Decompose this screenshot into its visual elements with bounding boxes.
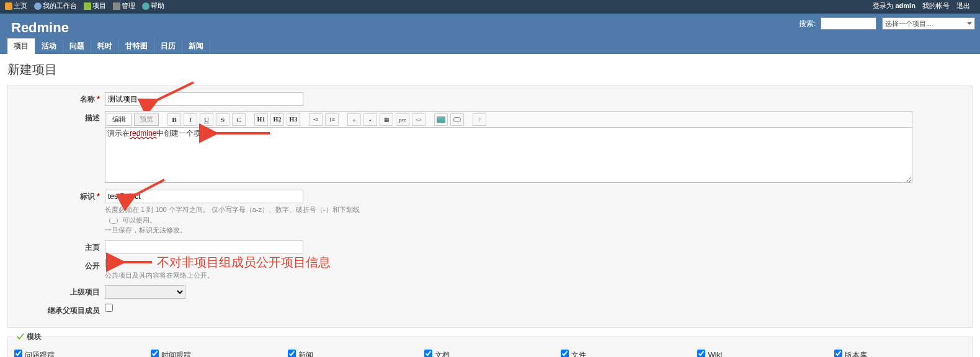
top-menu: 主页 我的工作台 项目 管理 帮助 登录为 admin 我的帐号 退出 [0,0,980,14]
module-checkbox[interactable] [561,350,569,357]
underline-button[interactable]: U [200,113,213,126]
table-button[interactable]: ▦ [380,113,393,126]
quote-l-button[interactable]: « [363,113,377,126]
code-inline-button[interactable]: C [232,113,246,126]
module-checkbox[interactable] [697,350,705,357]
modules-fieldset: 模块 问题跟踪时间跟踪新闻文档文件Wiki版本库讨论区日历甘特图 [7,332,973,357]
annotation-arrow-icon [117,256,154,270]
tab-gantt[interactable]: 甘特图 [119,38,154,54]
content: 新建项目 名称 * 描述 编辑 预览 B I [0,54,980,357]
h3-button[interactable]: H3 [287,113,300,126]
help-button[interactable]: ? [473,113,486,126]
label-identifier: 标识 * [12,190,105,202]
h2-button[interactable]: H2 [270,113,284,126]
label-public: 公开 [12,259,105,271]
module-label: Wiki [708,351,722,357]
annotation-public-note: 不对非项目组成员公开项目信息 [157,254,331,271]
strike-button[interactable]: S [216,113,229,126]
link-icon [453,117,461,122]
tab-time[interactable]: 耗时 [91,38,119,54]
tab-preview[interactable]: 预览 [134,113,159,126]
module-label: 版本库 [845,351,867,357]
label-description: 描述 [12,111,105,123]
select-parent-project[interactable] [105,285,185,299]
pre-button[interactable]: pre [396,113,409,126]
nav-projects[interactable]: 项目 [84,2,106,9]
label-inherit: 继承父项目成员 [12,304,105,316]
ul-button[interactable]: •≡ [309,113,323,126]
nav-my-page[interactable]: 我的工作台 [34,2,77,9]
project-form-box: 名称 * 描述 编辑 预览 B I U S C [7,86,973,328]
textarea-description[interactable] [105,127,912,183]
quote-r-button[interactable]: » [347,113,361,126]
nav-my-account[interactable]: 我的帐号 [922,2,950,9]
search-label: 搜索: [799,19,816,28]
home-icon [5,2,12,10]
project-jump-select[interactable]: 选择一个项目... [882,17,975,30]
module-item: 问题跟踪 [14,350,146,357]
module-checkbox[interactable] [424,350,432,357]
module-item: Wiki [697,350,829,357]
tab-activity[interactable]: 活动 [35,38,63,54]
module-item: 文件 [561,350,692,357]
wrench-icon [113,2,120,10]
bold-button[interactable]: B [167,113,181,126]
link-button[interactable] [450,113,464,126]
input-homepage[interactable] [105,240,303,254]
logged-as-label: 登录为 admin [873,2,915,9]
header: 搜索: 选择一个项目... Redmine 项目 活动 问题 耗时 甘特图 日历… [0,14,980,54]
search-input[interactable] [821,17,876,30]
module-label: 文件 [571,351,586,357]
main-menu: 项目 活动 问题 耗时 甘特图 日历 新闻 [5,38,975,54]
tab-news[interactable]: 新闻 [182,38,210,54]
h1-button[interactable]: H1 [254,113,268,126]
label-homepage: 主页 [12,240,105,253]
tab-calendar[interactable]: 日历 [154,38,182,54]
public-help: 公共项目及其内容将在网络上公开。 [105,270,365,281]
input-identifier[interactable] [105,190,303,203]
module-item: 新闻 [288,350,419,357]
module-checkbox[interactable] [151,350,159,357]
quick-search: 搜索: 选择一个项目... [799,17,975,30]
module-label: 新闻 [298,351,313,357]
checkbox-public[interactable] [105,259,113,267]
tab-edit[interactable]: 编辑 [107,113,131,126]
nav-home[interactable]: 主页 [5,2,27,9]
tab-projects[interactable]: 项目 [7,38,35,54]
image-icon [437,117,445,123]
module-label: 文档 [435,351,450,357]
module-checkbox[interactable] [834,350,842,357]
label-name: 名称 * [12,92,105,105]
module-item: 时间跟踪 [151,350,282,357]
wiki-toolbar: 编辑 预览 B I U S C H1 H2 H3 •≡ 1≡ » [105,111,912,127]
checkbox-inherit-members[interactable] [105,304,113,312]
user-icon [34,2,42,10]
image-button[interactable] [434,113,448,126]
code-button[interactable]: <> [412,113,425,126]
projects-icon [84,2,91,10]
nav-logout[interactable]: 退出 [956,2,970,9]
italic-button[interactable]: I [184,113,197,126]
help-icon [142,2,149,10]
modules-legend: 模块 [14,332,44,342]
identifier-help: 长度必须在 1 到 100 个字符之间。 仅小写字母（a-z）、数字、破折号（-… [105,205,365,236]
tab-issues[interactable]: 问题 [63,38,91,54]
nav-help[interactable]: 帮助 [142,2,164,9]
nav-admin[interactable]: 管理 [113,2,135,9]
module-checkbox[interactable] [288,350,296,357]
module-item: 文档 [424,350,556,357]
input-project-name[interactable] [105,92,303,106]
label-parent: 上级项目 [12,285,105,298]
module-label: 问题跟踪 [25,351,55,357]
module-item: 版本库 [834,350,966,357]
ol-button[interactable]: 1≡ [325,113,339,126]
module-label: 时间跟踪 [161,351,191,357]
page-title: 新建项目 [7,61,973,78]
module-checkbox[interactable] [14,350,22,357]
